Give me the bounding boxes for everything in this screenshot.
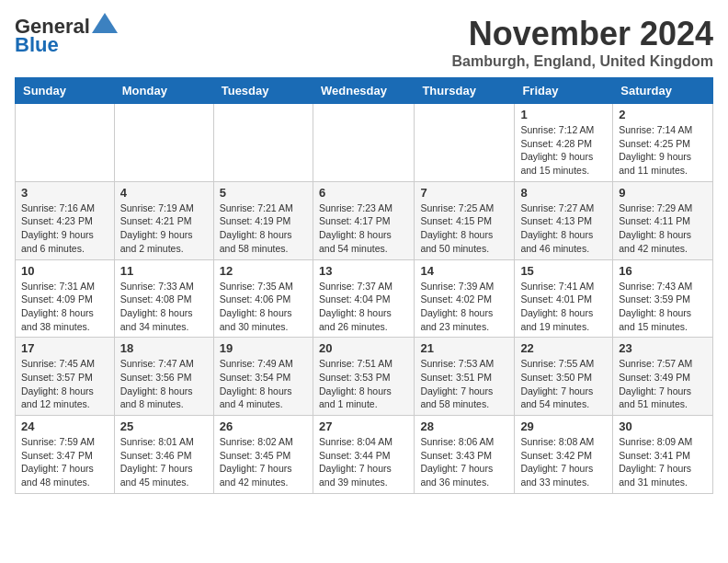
- calendar-cell: [16, 104, 115, 182]
- day-number: 12: [220, 264, 307, 278]
- location: Bamburgh, England, United Kingdom: [452, 53, 713, 70]
- header-wednesday: Wednesday: [313, 78, 414, 104]
- day-info: Sunrise: 7:23 AMSunset: 4:17 PMDaylight:…: [319, 201, 408, 256]
- calendar-cell: 26Sunrise: 8:02 AMSunset: 3:45 PMDayligh…: [213, 416, 313, 494]
- logo: General Blue: [15, 15, 118, 57]
- day-info: Sunrise: 7:45 AMSunset: 3:57 PMDaylight:…: [21, 357, 108, 411]
- day-number: 24: [21, 419, 108, 433]
- day-info: Sunrise: 8:09 AMSunset: 3:41 PMDaylight:…: [619, 435, 707, 489]
- day-number: 30: [619, 419, 707, 433]
- calendar-cell: 22Sunrise: 7:55 AMSunset: 3:50 PMDayligh…: [515, 338, 613, 416]
- calendar-cell: 11Sunrise: 7:33 AMSunset: 4:08 PMDayligh…: [114, 259, 213, 338]
- calendar-cell: 9Sunrise: 7:29 AMSunset: 4:11 PMDaylight…: [613, 181, 713, 259]
- day-info: Sunrise: 7:19 AMSunset: 4:21 PMDaylight:…: [120, 201, 208, 256]
- calendar-cell: 20Sunrise: 7:51 AMSunset: 3:53 PMDayligh…: [313, 338, 414, 416]
- day-info: Sunrise: 7:59 AMSunset: 3:47 PMDaylight:…: [21, 435, 108, 489]
- calendar-week-row: 3Sunrise: 7:16 AMSunset: 4:23 PMDaylight…: [16, 181, 713, 259]
- day-info: Sunrise: 7:43 AMSunset: 3:59 PMDaylight:…: [619, 280, 707, 334]
- day-number: 9: [619, 186, 707, 200]
- day-number: 6: [319, 186, 408, 200]
- day-info: Sunrise: 7:12 AMSunset: 4:28 PMDaylight:…: [520, 123, 607, 178]
- header-friday: Friday: [515, 78, 613, 104]
- page-header: General Blue November 2024 Bamburgh, Eng…: [15, 15, 713, 70]
- day-number: 10: [21, 264, 108, 278]
- calendar-cell: 15Sunrise: 7:41 AMSunset: 4:01 PMDayligh…: [515, 259, 613, 338]
- day-info: Sunrise: 7:57 AMSunset: 3:49 PMDaylight:…: [619, 357, 707, 411]
- calendar-cell: 18Sunrise: 7:47 AMSunset: 3:56 PMDayligh…: [114, 338, 213, 416]
- day-number: 1: [520, 108, 607, 121]
- day-info: Sunrise: 7:33 AMSunset: 4:08 PMDaylight:…: [120, 280, 208, 334]
- header-monday: Monday: [114, 78, 213, 104]
- calendar-cell: [114, 104, 213, 182]
- day-info: Sunrise: 7:47 AMSunset: 3:56 PMDaylight:…: [120, 357, 208, 411]
- day-number: 29: [520, 419, 607, 433]
- day-number: 25: [120, 419, 208, 433]
- calendar-week-row: 10Sunrise: 7:31 AMSunset: 4:09 PMDayligh…: [16, 259, 713, 338]
- day-info: Sunrise: 7:51 AMSunset: 3:53 PMDaylight:…: [319, 357, 408, 411]
- calendar-cell: 24Sunrise: 7:59 AMSunset: 3:47 PMDayligh…: [16, 416, 115, 494]
- calendar-cell: 23Sunrise: 7:57 AMSunset: 3:49 PMDayligh…: [613, 338, 713, 416]
- calendar-cell: 6Sunrise: 7:23 AMSunset: 4:17 PMDaylight…: [313, 181, 414, 259]
- day-number: 14: [420, 264, 508, 278]
- day-number: 27: [319, 419, 408, 433]
- calendar-cell: 4Sunrise: 7:19 AMSunset: 4:21 PMDaylight…: [114, 181, 213, 259]
- day-info: Sunrise: 7:29 AMSunset: 4:11 PMDaylight:…: [619, 201, 707, 256]
- calendar-cell: 16Sunrise: 7:43 AMSunset: 3:59 PMDayligh…: [613, 259, 713, 338]
- calendar-week-row: 17Sunrise: 7:45 AMSunset: 3:57 PMDayligh…: [16, 338, 713, 416]
- header-saturday: Saturday: [613, 78, 713, 104]
- calendar-cell: 13Sunrise: 7:37 AMSunset: 4:04 PMDayligh…: [313, 259, 414, 338]
- day-info: Sunrise: 7:55 AMSunset: 3:50 PMDaylight:…: [520, 357, 607, 411]
- day-number: 21: [420, 341, 508, 355]
- day-number: 23: [619, 341, 707, 355]
- day-info: Sunrise: 7:21 AMSunset: 4:19 PMDaylight:…: [220, 201, 307, 256]
- day-info: Sunrise: 7:41 AMSunset: 4:01 PMDaylight:…: [520, 280, 607, 334]
- calendar-week-row: 24Sunrise: 7:59 AMSunset: 3:47 PMDayligh…: [16, 416, 713, 494]
- calendar-cell: 2Sunrise: 7:14 AMSunset: 4:25 PMDaylight…: [613, 104, 713, 182]
- day-number: 20: [319, 341, 408, 355]
- calendar-cell: 7Sunrise: 7:25 AMSunset: 4:15 PMDaylight…: [415, 181, 515, 259]
- calendar-cell: 12Sunrise: 7:35 AMSunset: 4:06 PMDayligh…: [213, 259, 313, 338]
- day-number: 8: [520, 186, 607, 200]
- day-info: Sunrise: 7:31 AMSunset: 4:09 PMDaylight:…: [21, 280, 108, 334]
- header-thursday: Thursday: [415, 78, 515, 104]
- day-number: 4: [120, 186, 208, 200]
- calendar-header-row: Sunday Monday Tuesday Wednesday Thursday…: [16, 78, 713, 104]
- day-number: 2: [619, 108, 707, 121]
- day-info: Sunrise: 8:08 AMSunset: 3:42 PMDaylight:…: [520, 435, 607, 489]
- day-number: 3: [21, 186, 108, 200]
- day-info: Sunrise: 8:01 AMSunset: 3:46 PMDaylight:…: [120, 435, 208, 489]
- calendar-week-row: 1Sunrise: 7:12 AMSunset: 4:28 PMDaylight…: [16, 104, 713, 182]
- calendar-cell: 30Sunrise: 8:09 AMSunset: 3:41 PMDayligh…: [613, 416, 713, 494]
- day-info: Sunrise: 7:37 AMSunset: 4:04 PMDaylight:…: [319, 280, 408, 334]
- calendar-cell: 1Sunrise: 7:12 AMSunset: 4:28 PMDaylight…: [515, 104, 613, 182]
- month-title: November 2024: [452, 15, 713, 53]
- day-number: 7: [420, 186, 508, 200]
- day-number: 22: [520, 341, 607, 355]
- day-info: Sunrise: 7:25 AMSunset: 4:15 PMDaylight:…: [420, 201, 508, 256]
- day-info: Sunrise: 7:16 AMSunset: 4:23 PMDaylight:…: [21, 201, 108, 256]
- day-info: Sunrise: 7:27 AMSunset: 4:13 PMDaylight:…: [520, 201, 607, 256]
- calendar-table: Sunday Monday Tuesday Wednesday Thursday…: [15, 77, 713, 494]
- calendar-cell: 5Sunrise: 7:21 AMSunset: 4:19 PMDaylight…: [213, 181, 313, 259]
- calendar-cell: [313, 104, 414, 182]
- header-sunday: Sunday: [16, 78, 115, 104]
- day-number: 17: [21, 341, 108, 355]
- day-number: 26: [220, 419, 307, 433]
- calendar-cell: 27Sunrise: 8:04 AMSunset: 3:44 PMDayligh…: [313, 416, 414, 494]
- day-info: Sunrise: 7:14 AMSunset: 4:25 PMDaylight:…: [619, 123, 707, 178]
- logo-icon: [92, 13, 118, 33]
- calendar-cell: 19Sunrise: 7:49 AMSunset: 3:54 PMDayligh…: [213, 338, 313, 416]
- calendar-cell: 21Sunrise: 7:53 AMSunset: 3:51 PMDayligh…: [415, 338, 515, 416]
- day-number: 28: [420, 419, 508, 433]
- day-info: Sunrise: 8:02 AMSunset: 3:45 PMDaylight:…: [220, 435, 307, 489]
- day-number: 11: [120, 264, 208, 278]
- calendar-cell: [415, 104, 515, 182]
- calendar-cell: 28Sunrise: 8:06 AMSunset: 3:43 PMDayligh…: [415, 416, 515, 494]
- day-number: 19: [220, 341, 307, 355]
- calendar-cell: 3Sunrise: 7:16 AMSunset: 4:23 PMDaylight…: [16, 181, 115, 259]
- header-tuesday: Tuesday: [213, 78, 313, 104]
- day-info: Sunrise: 7:53 AMSunset: 3:51 PMDaylight:…: [420, 357, 508, 411]
- day-number: 18: [120, 341, 208, 355]
- day-info: Sunrise: 7:35 AMSunset: 4:06 PMDaylight:…: [220, 280, 307, 334]
- calendar-cell: 8Sunrise: 7:27 AMSunset: 4:13 PMDaylight…: [515, 181, 613, 259]
